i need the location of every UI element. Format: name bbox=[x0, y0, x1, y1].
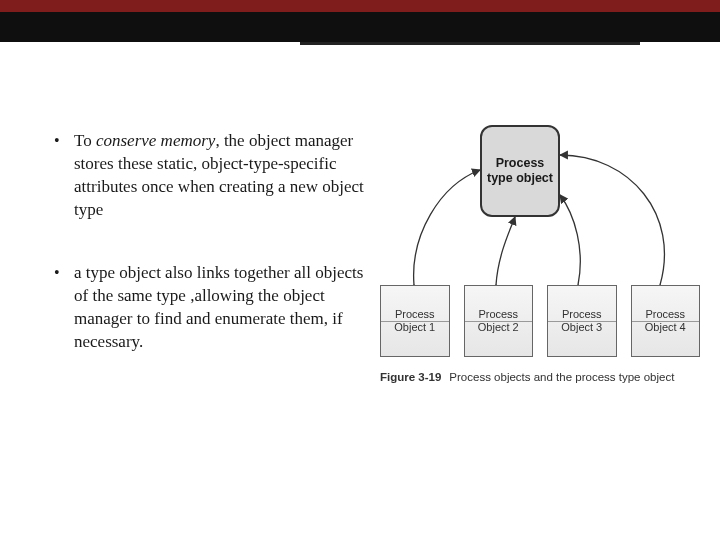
accent-bar-red bbox=[0, 0, 720, 12]
process-object-2: Process Object 2 bbox=[464, 285, 534, 357]
bullet-list: To conserve memory, the object manager s… bbox=[50, 130, 370, 394]
bullet-1-pre: To bbox=[74, 131, 96, 150]
process-object-row: Process Object 1 Process Object 2 Proces… bbox=[380, 285, 700, 357]
accent-bar-thin bbox=[300, 42, 640, 45]
process-object-3: Process Object 3 bbox=[547, 285, 617, 357]
process-object-4-label: Process Object 4 bbox=[632, 308, 700, 334]
process-object-1-label: Process Object 1 bbox=[381, 308, 449, 334]
process-object-4: Process Object 4 bbox=[631, 285, 701, 357]
figure-caption: Figure 3-19Process objects and the proce… bbox=[380, 371, 674, 383]
slide: To conserve memory, the object manager s… bbox=[0, 0, 720, 540]
figure-caption-text: Process objects and the process type obj… bbox=[449, 371, 674, 383]
process-type-object-box: Process type object bbox=[480, 125, 560, 217]
bullet-2: a type object also links together all ob… bbox=[50, 262, 370, 354]
process-object-1: Process Object 1 bbox=[380, 285, 450, 357]
figure-caption-label: Figure 3-19 bbox=[380, 371, 441, 383]
accent-bar-black bbox=[0, 12, 720, 42]
diagram: Process type object Process Object 1 Pro… bbox=[380, 115, 700, 415]
process-object-2-label: Process Object 2 bbox=[465, 308, 533, 334]
process-object-3-label: Process Object 3 bbox=[548, 308, 616, 334]
bullet-1: To conserve memory, the object manager s… bbox=[50, 130, 370, 222]
bullet-1-em: conserve memory bbox=[96, 131, 215, 150]
